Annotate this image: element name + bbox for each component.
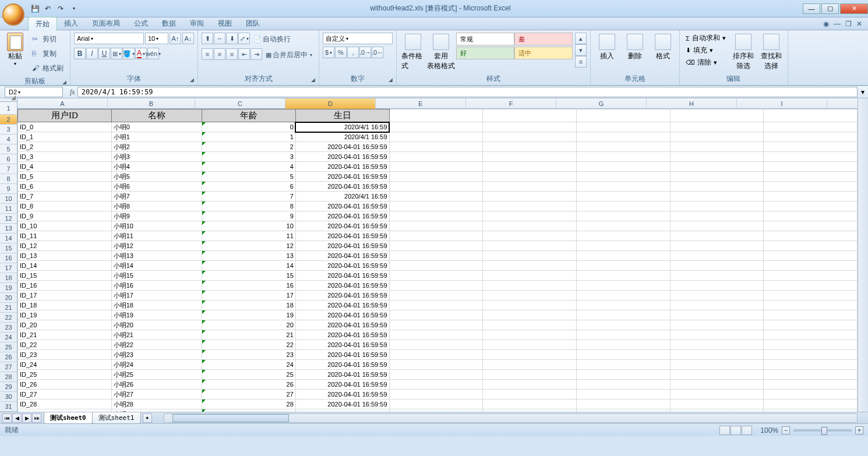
font-size-combo[interactable]: 10	[145, 33, 168, 44]
cell[interactable]	[389, 221, 483, 231]
maximize-button[interactable]: ▢	[821, 3, 839, 14]
row-header-10[interactable]: 10	[0, 194, 17, 204]
cell[interactable]: ID_3	[18, 152, 112, 162]
cell[interactable]	[483, 202, 577, 211]
underline-button[interactable]: U	[98, 48, 110, 59]
cell[interactable]	[483, 132, 577, 142]
italic-button[interactable]: I	[86, 48, 98, 59]
cell[interactable]: 8	[202, 202, 296, 211]
cell[interactable]: ID_20	[18, 320, 112, 330]
cell[interactable]	[764, 380, 858, 390]
cell[interactable]	[389, 231, 483, 241]
window-minimize-icon[interactable]: —	[834, 20, 841, 28]
cell[interactable]: 小明28	[111, 400, 202, 409]
select-all-button[interactable]	[0, 98, 17, 102]
cell[interactable]: 2020-04-01 16:59:59	[295, 409, 389, 412]
cell[interactable]: 小明18	[111, 301, 202, 310]
cell[interactable]: 2020/4/1 16:59	[295, 122, 389, 132]
clear-button[interactable]: ⌫ 清除 ▾	[683, 57, 728, 68]
cell[interactable]	[576, 400, 670, 409]
cell[interactable]: 1	[202, 132, 296, 142]
cell[interactable]: ID_27	[18, 390, 112, 400]
cell[interactable]: ID_29	[18, 409, 112, 412]
dialog-launcher-icon[interactable]: ◢	[311, 77, 315, 83]
cell[interactable]	[483, 271, 577, 281]
orientation-button[interactable]: ⤢	[238, 33, 250, 44]
cell[interactable]	[764, 221, 858, 231]
cell[interactable]	[764, 291, 858, 301]
cell[interactable]: 2020-04-01 16:59:59	[295, 202, 389, 211]
cell[interactable]: 小明23	[111, 350, 202, 360]
cell[interactable]	[389, 271, 483, 281]
cell[interactable]	[483, 360, 577, 370]
cell[interactable]	[483, 310, 577, 320]
cell[interactable]: 29	[202, 409, 296, 412]
cell[interactable]	[483, 241, 577, 251]
redo-icon[interactable]: ↷	[56, 4, 65, 13]
percent-format-button[interactable]: %	[335, 47, 347, 58]
office-button[interactable]	[2, 3, 24, 26]
cell[interactable]: 2020-04-01 16:59:59	[295, 370, 389, 380]
header-cell[interactable]	[670, 109, 764, 122]
cell[interactable]: 小明29	[111, 409, 202, 412]
cell[interactable]	[670, 192, 764, 202]
row-header-2[interactable]: 2	[0, 115, 17, 125]
cell[interactable]: 小明26	[111, 380, 202, 390]
cell[interactable]	[576, 380, 670, 390]
cell[interactable]	[576, 122, 670, 132]
page-break-view-button[interactable]	[742, 426, 752, 435]
cell[interactable]	[670, 409, 764, 412]
cell[interactable]: ID_22	[18, 340, 112, 350]
ribbon-tab-7[interactable]: 团队	[239, 17, 267, 31]
merge-center-button[interactable]: ▦合并后居中	[263, 48, 315, 62]
cell[interactable]	[670, 182, 764, 192]
cell[interactable]	[483, 211, 577, 221]
cell[interactable]	[389, 370, 483, 380]
cell[interactable]	[576, 370, 670, 380]
cell[interactable]	[389, 182, 483, 192]
cell[interactable]: 小明25	[111, 370, 202, 380]
cell[interactable]	[389, 350, 483, 360]
cell[interactable]	[576, 390, 670, 400]
cell[interactable]: 2020/4/1 16:59	[295, 132, 389, 142]
delete-cells-button[interactable]: 删除	[622, 33, 648, 62]
cell[interactable]	[483, 301, 577, 310]
save-icon[interactable]: 💾	[30, 4, 40, 13]
cell[interactable]: 2020-04-01 16:59:59	[295, 271, 389, 281]
header-cell[interactable]	[389, 109, 483, 122]
grow-font-button[interactable]: A↑	[170, 33, 181, 44]
cell[interactable]	[670, 350, 764, 360]
dialog-launcher-icon[interactable]: ◢	[62, 79, 66, 85]
cell[interactable]	[764, 310, 858, 320]
cell[interactable]	[764, 142, 858, 152]
cell[interactable]	[670, 380, 764, 390]
sheet-tab-0[interactable]: 测试sheet0	[44, 412, 93, 424]
cell[interactable]	[576, 271, 670, 281]
style-normal[interactable]: 常规	[456, 33, 514, 45]
column-header-D[interactable]: D	[285, 98, 376, 109]
cell[interactable]	[483, 390, 577, 400]
cell[interactable]	[483, 142, 577, 152]
cell[interactable]	[670, 340, 764, 350]
row-header-16[interactable]: 16	[0, 253, 17, 263]
cell[interactable]	[389, 211, 483, 221]
column-header-B[interactable]: B	[108, 98, 195, 109]
row-header-6[interactable]: 6	[0, 154, 17, 164]
cell[interactable]	[576, 409, 670, 412]
fill-color-button[interactable]: 🪣	[123, 48, 135, 59]
cell[interactable]: 小明2	[111, 142, 202, 152]
style-scroll-down[interactable]: ▾	[575, 44, 587, 56]
fill-button[interactable]: ⬇ 填充 ▾	[683, 45, 728, 56]
first-sheet-button[interactable]: ⏮	[2, 413, 12, 423]
row-header-22[interactable]: 22	[0, 313, 17, 323]
cell[interactable]	[576, 172, 670, 182]
new-sheet-button[interactable]: ✦	[143, 413, 152, 423]
cell[interactable]: 24	[202, 360, 296, 370]
cell[interactable]	[576, 202, 670, 211]
dialog-launcher-icon[interactable]: ◢	[190, 77, 194, 83]
cell[interactable]	[483, 400, 577, 409]
ribbon-tab-0[interactable]: 开始	[28, 17, 57, 31]
cell[interactable]: ID_13	[18, 251, 112, 261]
cell[interactable]	[483, 192, 577, 202]
style-good[interactable]: 好	[456, 47, 514, 59]
